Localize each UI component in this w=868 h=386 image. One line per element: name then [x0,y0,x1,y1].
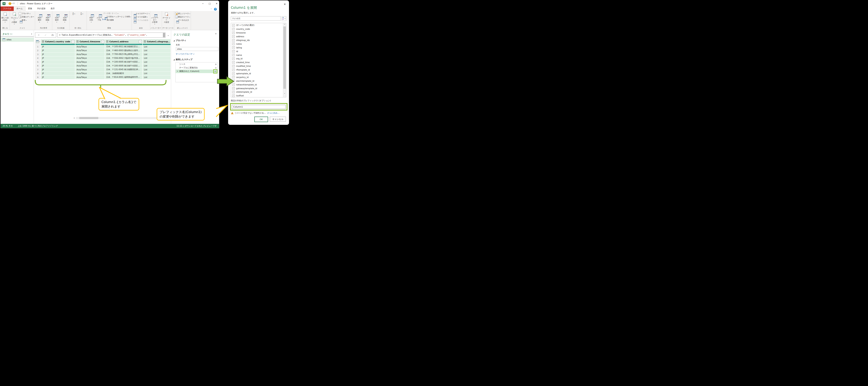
list-link[interactable]: List [143,76,171,79]
list-item-country_code[interactable]: ✓country_code [232,27,283,31]
collapse-ribbon-icon[interactable]: ⌃ [211,8,212,10]
checkbox[interactable]: ✓ [232,42,235,45]
list-item-name[interactable]: ✓name [232,53,283,57]
step-source[interactable]: ソース ⚙ [176,62,218,66]
data-type-icon[interactable]: ABC123 [76,40,79,43]
list-item-notes[interactable]: ✓notes [232,42,283,46]
scrollbar-thumb[interactable] [79,117,98,119]
ribbon-button-データ ソース設定[interactable]: ⚙データ ソー ス設定 [162,12,170,24]
collapse-pane-icon[interactable]: ‹ [31,32,32,35]
query-name-field[interactable] [176,47,218,51]
table-row[interactable]: 4JPAsia/Tokyo日本、〒556-0002 大阪府大阪市浪...List [35,56,171,60]
tab-列の追加[interactable]: 列の追加 [35,6,48,11]
table-cell[interactable]: Asia/Tokyo [75,56,105,60]
table-cell[interactable]: 日本、〒700-0823 岡山県岡山市北... [105,53,143,56]
data-type-icon[interactable]: ABC123 [106,40,109,43]
checkbox[interactable]: ✓ [232,39,235,41]
checkbox[interactable]: ✓ [232,91,235,93]
list-link[interactable]: List [143,56,171,60]
list-item-address[interactable]: ✓address [232,35,283,38]
delete-step-icon[interactable]: ✕ [177,70,179,72]
table-cell[interactable]: JP [41,49,75,53]
list-item-latlng[interactable]: ✓latlng [232,46,283,49]
list-item-org_id[interactable]: ✓org_id [232,57,283,61]
list-link[interactable]: List [143,68,171,72]
table-cell[interactable]: JP [41,45,75,49]
fx-icon[interactable]: fx [51,34,54,36]
column-header[interactable]: ABC123 Column1.sitegroup_ids [143,39,171,44]
list-item-id[interactable]: ✓id [232,49,283,53]
scroll-up-icon[interactable]: ⌃ [283,24,286,26]
table-cell[interactable]: 日本、〒460-0003 愛知県名古屋市... [105,49,143,53]
row-number[interactable]: 6 [35,64,41,68]
list-item-sitetemplate_id[interactable]: ✓sitetemplate_id [232,90,283,94]
list-item-timezone[interactable]: ✓timezone [232,31,283,35]
ribbon-button-クエリの追加[interactable]: クエリの追加▾ [132,16,149,18]
close-button[interactable]: ✕ [216,2,218,5]
column-header[interactable]: ABC123 Column1.address ▾ [105,39,143,44]
checkbox[interactable]: ✓ [232,24,235,27]
ribbon-button-ファイルの結合[interactable]: ファイルの結合 [132,19,149,22]
ribbon-button-列の分割[interactable]: 列の 分割▾ [87,12,95,23]
prefix-input[interactable] [232,105,286,109]
row-number[interactable]: 9 [35,76,41,79]
checkbox[interactable]: ✓ [232,61,235,64]
sidebar-item-sites[interactable]: sites [1,38,34,42]
ribbon-button-管理[interactable]: 管理▾ [19,19,34,22]
row-number[interactable]: 3 [35,53,41,56]
row-number[interactable]: 1 [35,45,41,49]
vertical-scrollbar[interactable]: ⌃ ⌄ [283,23,286,97]
all-properties-link[interactable]: すべてのプロパティ [176,53,217,55]
ribbon-button-クエリのマージ[interactable]: クエリのマージ▾ [132,12,149,15]
checkbox[interactable]: ✓ [232,54,235,56]
list-item-sitegroup_ids[interactable]: ✓sitegroup_ids [232,38,283,42]
list-item-created_time[interactable]: ✓created_time [232,61,283,64]
ribbon-button-sort-az[interactable]: AZ↓ [70,12,78,16]
list-item-rftemplate_id[interactable]: ✓rftemplate_id [232,68,283,72]
maximize-button[interactable]: □ [209,2,211,5]
table-cell[interactable]: Asia/Tokyo [75,53,105,56]
checkbox[interactable]: ✓ [232,72,235,75]
table-cell[interactable]: 日本、〒100-0005 東京都千代田区... [105,60,143,64]
ribbon-button-1 行目をヘッダーとして使用[interactable]: 1 行目をヘッダーとして使用▾ [103,15,131,18]
table-cell[interactable]: Asia/Tokyo [75,72,105,76]
gear-icon[interactable]: ⚙ [214,70,216,72]
filter-icon[interactable]: ▾ [101,40,104,43]
checkbox[interactable]: ✓ [232,50,235,53]
list-item-aptemplate_id[interactable]: ✓aptemplate_id [232,72,283,76]
section-expanded-icon[interactable]: ◢ [174,59,175,61]
table-cell[interactable]: 日本、〒814-0001 福岡県福岡市早... [105,76,143,79]
close-icon[interactable]: ✕ [284,3,286,6]
ribbon-button-列の選択[interactable]: 列の 選択▾ [36,12,43,23]
list-item-modified_time[interactable]: ✓modified_time [232,64,283,68]
table-cell[interactable]: JP [41,72,75,76]
list-item-secpolicy_id[interactable]: ✓secpolicy_id [232,75,283,79]
checkbox[interactable]: ✓ [232,65,235,67]
table-cell[interactable]: Asia/Tokyo [75,76,105,79]
minimize-button[interactable]: ─ [202,2,204,5]
column-header[interactable]: ABC123 Column1.country_code ▾ [41,39,75,44]
ribbon-button-パラメーターの管理[interactable]: パラメーター の管理▾ [151,12,159,25]
gear-icon[interactable]: ⚙ [215,67,217,69]
ribbon-button-値の置換[interactable]: 1→2値の置換 [103,19,131,21]
row-number[interactable]: 4 [35,56,41,60]
list-item-alarmtemplate_id[interactable]: ✓alarmtemplate_id [232,79,283,83]
list-item-(すべての列の選択)[interactable]: ✓(すべての列の選択) [232,24,283,27]
tab-ホーム[interactable]: ホーム [14,6,26,11]
ribbon-button-データ型: すべて[interactable]: データ型: すべて▾ [103,12,131,15]
ribbon-button-プレビューの更新[interactable]: ↻プレビュー の更新▾ [10,12,18,25]
scroll-down-icon[interactable]: ⌄ [283,92,286,94]
ribbon-button-グループ化[interactable]: グルー プ化 [95,12,103,22]
list-item-gatewaytemplate_id[interactable]: ✓gatewaytemplate_id [232,86,283,90]
row-number[interactable]: 7 [35,68,41,72]
list-item-networktemplate_id[interactable]: ✓networktemplate_id [232,83,283,86]
feedback-smiley-icon[interactable] [8,2,11,5]
formula-accept-icon[interactable]: ✓ [44,34,46,36]
table-row[interactable]: 8JPAsia/Tokyo日本、沖縄県那覇市List [35,72,171,76]
ribbon-button-行の保持[interactable]: ✓行の 保持▾ [53,12,61,23]
cancel-button[interactable]: キャンセル [270,117,286,122]
list-link[interactable]: List [143,53,171,56]
table-cell[interactable]: Asia/Tokyo [75,68,105,72]
checkbox[interactable]: ✓ [232,68,235,71]
properties-section[interactable]: ◢ プロパティ [174,39,217,42]
